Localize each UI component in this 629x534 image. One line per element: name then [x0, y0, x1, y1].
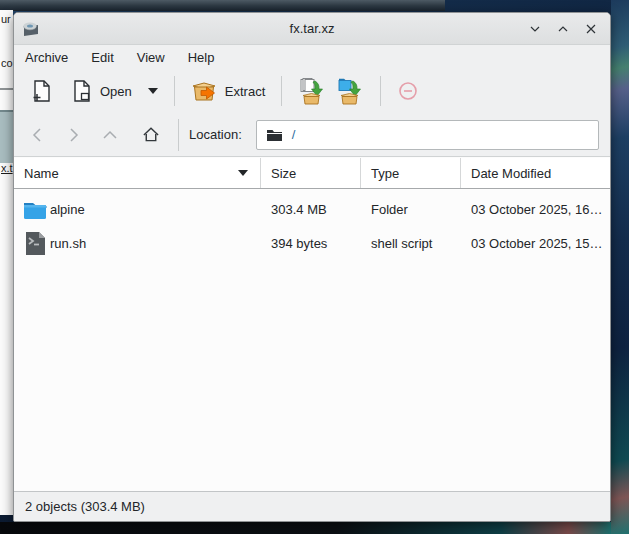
- background-text-fragment: ur: [1, 13, 11, 25]
- desktop: ur co x.t fx.tar.xz: [0, 0, 629, 534]
- add-folder-button[interactable]: [331, 74, 369, 108]
- desktop-wallpaper-right: [611, 0, 629, 534]
- menu-archive[interactable]: Archive: [23, 48, 70, 67]
- file-date: 03 October 2025, 16…: [471, 193, 606, 226]
- location-label: Location:: [189, 127, 242, 142]
- add-files-icon: [298, 77, 326, 105]
- background-window-left: ur co x.t: [0, 10, 13, 515]
- add-folder-icon: [336, 77, 364, 105]
- shell-script-icon: [25, 227, 53, 260]
- sort-descending-icon: [238, 170, 248, 176]
- titlebar[interactable]: fx.tar.xz: [14, 13, 610, 45]
- forward-icon[interactable]: [65, 126, 83, 144]
- file-row-run-sh[interactable]: run.sh 394 bytes shell script 03 October…: [14, 227, 610, 260]
- back-icon[interactable]: [28, 126, 46, 144]
- column-headers: Name Size Type Date Modified: [14, 158, 610, 189]
- file-name: alpine: [50, 193, 250, 226]
- statusbar: 2 objects (303.4 MB): [14, 491, 610, 521]
- maximize-icon[interactable]: [554, 20, 572, 38]
- column-header-date[interactable]: Date Modified: [461, 158, 610, 188]
- delete-icon: [397, 80, 419, 102]
- desktop-wallpaper-bottom: [0, 522, 611, 534]
- file-name: run.sh: [50, 227, 250, 260]
- new-archive-icon: [31, 79, 53, 103]
- new-archive-button[interactable]: [26, 76, 58, 106]
- toolbar-separator: [281, 76, 282, 106]
- menu-help[interactable]: Help: [186, 48, 217, 67]
- extract-button-label: Extract: [225, 84, 265, 99]
- column-label: Size: [271, 166, 296, 181]
- file-size: 394 bytes: [271, 227, 366, 260]
- toolbar-separator: [174, 76, 175, 106]
- column-header-type[interactable]: Type: [361, 158, 461, 188]
- minimize-icon[interactable]: [526, 20, 544, 38]
- column-header-size[interactable]: Size: [261, 158, 361, 188]
- file-list: alpine 303.4 MB Folder 03 October 2025, …: [14, 189, 610, 491]
- background-window-top-edge: [0, 0, 445, 11]
- close-icon[interactable]: [582, 20, 600, 38]
- location-value: /: [292, 127, 296, 142]
- file-date: 03 October 2025, 15…: [471, 227, 606, 260]
- column-header-name[interactable]: Name: [14, 158, 261, 188]
- menubar: Archive Edit View Help: [14, 45, 610, 69]
- open-archive-icon: [71, 79, 93, 103]
- file-type: shell script: [371, 227, 466, 260]
- column-label: Date Modified: [471, 166, 551, 181]
- ark-window: fx.tar.xz Archive Edit View Help: [13, 12, 611, 522]
- toolbar-separator: [380, 76, 381, 106]
- column-label: Type: [371, 166, 399, 181]
- up-icon[interactable]: [101, 126, 119, 144]
- open-button[interactable]: Open: [66, 76, 137, 106]
- menu-view[interactable]: View: [135, 48, 167, 67]
- home-icon[interactable]: [142, 126, 160, 144]
- background-divider: [0, 88, 13, 90]
- location-bar: Location: /: [14, 113, 610, 157]
- open-button-label: Open: [100, 84, 132, 99]
- open-dropdown-button[interactable]: [143, 85, 163, 97]
- location-input[interactable]: /: [256, 120, 599, 150]
- window-title: fx.tar.xz: [14, 21, 610, 36]
- delete-button: [392, 77, 424, 105]
- status-text: 2 objects (303.4 MB): [25, 499, 145, 514]
- file-size: 303.4 MB: [271, 193, 366, 226]
- background-text-fragment: co: [1, 57, 13, 69]
- background-link-fragment: x.t: [1, 162, 13, 174]
- window-controls: [526, 13, 600, 45]
- background-teal-block: [0, 110, 13, 163]
- extract-box-icon: [191, 80, 218, 103]
- extract-button[interactable]: Extract: [186, 77, 270, 106]
- navbar-separator: [178, 119, 179, 151]
- folder-icon: [22, 193, 50, 226]
- dropdown-arrow-icon: [148, 88, 158, 94]
- file-row-alpine[interactable]: alpine 303.4 MB Folder 03 October 2025, …: [14, 193, 610, 226]
- column-label: Name: [24, 166, 59, 181]
- menu-edit[interactable]: Edit: [89, 48, 115, 67]
- add-files-button[interactable]: [293, 74, 331, 108]
- folder-path-icon: [266, 128, 283, 142]
- file-type: Folder: [371, 193, 466, 226]
- toolbar: Open Extract: [14, 69, 610, 113]
